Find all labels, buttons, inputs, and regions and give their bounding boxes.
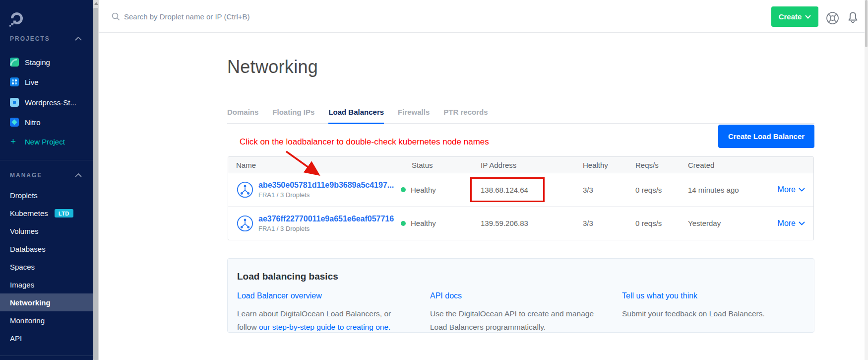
basics-column-feedback: Tell us what you think Submit your feedb… [622,291,814,334]
load-balancer-overview-link[interactable]: Load Balancer overview [237,291,430,300]
basics-column-api: API docs Use the DigitalOcean API to cre… [430,291,622,334]
nitro-project-icon [10,118,19,127]
sidebar-item-staging[interactable]: Staging [0,52,93,72]
column-header-created: Created [688,161,772,169]
sidebar: PROJECTS Staging Live Wordpress-St... Ni… [0,0,93,360]
sidebar-divider [0,356,93,356]
sidebar-item-spaces[interactable]: Spaces [0,258,93,276]
sidebar-item-kubernetes[interactable]: KubernetesLTD [0,204,93,222]
chevron-down-icon [799,221,805,225]
live-project-icon [10,77,19,86]
search-input[interactable] [124,12,362,21]
column-header-status: Status [401,161,481,169]
page-title: Networking [227,57,318,77]
staging-project-icon [10,58,19,67]
search-icon [112,12,120,21]
tab-ptr-records[interactable]: PTR records [443,108,488,123]
load-balancer-icon [236,181,254,199]
more-menu-button[interactable]: More [772,185,814,194]
column-header-name: Name [228,161,401,169]
notifications-bell-icon[interactable] [846,11,860,25]
load-balancer-name-link[interactable]: ae376ff22770011e9a651e6eaf057716 [258,215,394,223]
wordpress-project-icon [10,98,19,107]
healthy-count: 3/3 [583,186,635,194]
scroll-up-arrow-icon[interactable] [94,2,98,5]
sidebar-item-databases[interactable]: Databases [0,240,93,258]
tab-floating-ips[interactable]: Floating IPs [272,108,314,123]
projects-collapse-chevron-icon[interactable] [75,37,82,41]
main-content: Networking Domains Floating IPs Load Bal… [99,33,865,360]
table-header-row: Name Status IP Address Healthy Reqs/s Cr… [228,157,813,173]
step-by-step-guide-link[interactable]: our step-by-step guide to creating one. [259,323,390,331]
tab-firewalls[interactable]: Firewalls [398,108,430,123]
sidebar-item-nitro[interactable]: Nitro [0,112,93,132]
create-button-label: Create [779,12,802,21]
table-row: ae376ff22770011e9a651e6eaf057716 FRA1 / … [228,207,813,240]
more-menu-button[interactable]: More [772,219,814,228]
tab-load-balancers[interactable]: Load Balancers [328,108,384,124]
projects-section-header: PROJECTS [10,35,50,42]
requests-per-second: 0 reqs/s [635,186,688,194]
networking-tabs: Domains Floating IPs Load Balancers Fire… [227,108,814,124]
manage-collapse-chevron-icon[interactable] [75,173,82,177]
sidebar-item-label: Staging [25,58,50,67]
sidebar-item-label: Wordpress-St... [25,98,76,107]
column-header-reqs: Reqs/s [635,161,688,169]
load-balancing-basics-card: Load balancing basics Load Balancer over… [227,258,814,333]
new-project-label: New Project [25,138,65,146]
sidebar-item-droplets[interactable]: Droplets [0,186,93,204]
sidebar-divider [0,160,93,160]
tab-domains[interactable]: Domains [227,108,258,123]
basics-column-overview: Load Balancer overview Learn about Digit… [237,291,430,334]
column-header-ip: IP Address [481,161,583,169]
created-time: 14 minutes ago [688,186,772,194]
kubernetes-label: Kubernetes [10,209,48,217]
chevron-down-icon [805,15,811,19]
plus-icon: + [10,137,16,146]
sidebar-item-label: Live [25,78,39,86]
healthy-status-dot [401,221,406,226]
created-time: Yesterday [688,219,772,227]
load-balancer-subtitle: FRA1 / 3 Droplets [258,225,394,232]
healthy-status-dot [401,187,406,192]
ltd-badge: LTD [55,209,73,217]
sidebar-item-networking[interactable]: Networking [0,293,93,311]
sidebar-item-images[interactable]: Images [0,276,93,293]
basics-body-text: Use the DigitalOcean API to create and m… [430,307,604,334]
status-text: Healthy [411,219,436,227]
page-scrollbar[interactable] [865,0,868,360]
requests-per-second: 0 reqs/s [635,219,688,227]
column-header-healthy: Healthy [583,161,635,169]
page-scrollbar-thumb[interactable] [865,0,868,47]
ip-address: 139.59.206.83 [481,219,583,227]
top-bar: Create [99,0,868,33]
basics-title: Load balancing basics [237,271,814,282]
sidebar-item-api[interactable]: API [0,329,93,347]
basics-body-text: Submit your feedback on Load Balancers. [622,307,796,320]
healthy-count: 3/3 [583,219,635,227]
sidebar-item-live[interactable]: Live [0,72,93,92]
chevron-down-icon [799,188,805,192]
sidebar-item-monitoring[interactable]: Monitoring [0,311,93,329]
sidebar-scrollbar[interactable] [93,0,99,360]
sidebar-scrollbar-thumb[interactable] [93,8,98,360]
new-project-button[interactable]: + New Project [0,132,93,151]
api-docs-link[interactable]: API docs [430,291,622,300]
create-load-balancer-button[interactable]: Create Load Balancer [718,125,814,148]
feedback-link[interactable]: Tell us what you think [622,291,814,300]
sidebar-item-volumes[interactable]: Volumes [0,222,93,240]
sidebar-item-label: Nitro [25,118,41,127]
status-text: Healthy [411,186,436,194]
load-balancer-name-link[interactable]: abe350e05781d11e9b3689a5c4197... [258,181,394,190]
help-lifebuoy-icon[interactable] [826,11,839,25]
annotation-note: Click on the loadbalancer to double-chec… [240,137,489,147]
sidebar-item-wordpress[interactable]: Wordpress-St... [0,92,93,112]
load-balancer-subtitle: FRA1 / 3 Droplets [258,191,394,199]
create-button[interactable]: Create [771,6,818,27]
digitalocean-logo-icon[interactable] [9,12,24,27]
manage-section-header: MANAGE [10,172,42,179]
ip-address: 138.68.124.64 [481,186,583,194]
table-row: abe350e05781d11e9b3689a5c4197... FRA1 / … [228,173,813,207]
load-balancer-icon [236,215,254,232]
global-search[interactable] [112,0,362,33]
